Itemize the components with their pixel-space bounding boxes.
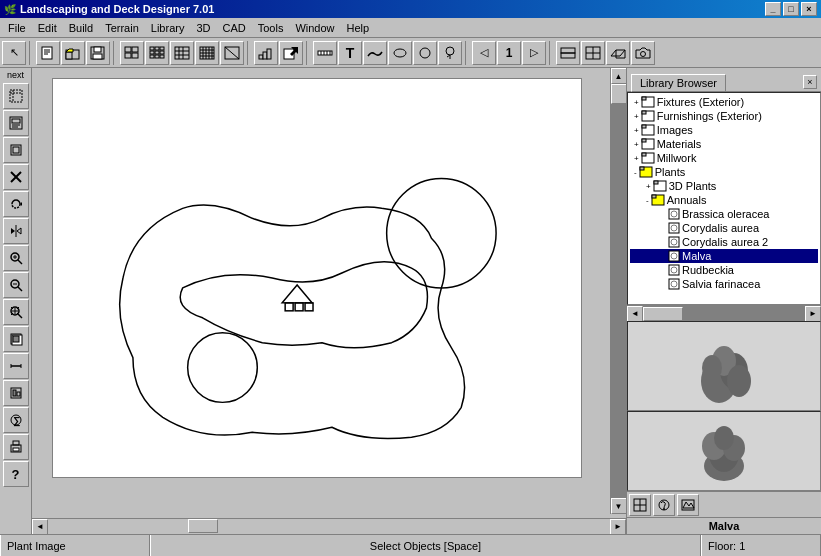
tree-item-plants[interactable]: - Plants (630, 165, 818, 179)
svg-point-132 (702, 355, 722, 381)
preview-btn-3[interactable] (677, 494, 699, 516)
toolbar-grid2[interactable] (145, 41, 169, 65)
left-btn-help[interactable]: ? (3, 461, 29, 487)
window-controls: _ □ × (765, 2, 817, 16)
tree-item-malva[interactable]: Malva (630, 249, 818, 263)
left-btn-zoom-fit[interactable] (3, 299, 29, 325)
svg-rect-11 (125, 53, 131, 58)
preview-btn-1[interactable] (629, 494, 651, 516)
toolbar-measure[interactable] (313, 41, 337, 65)
toolbar-terrain1[interactable] (363, 41, 387, 65)
minimize-button[interactable]: _ (765, 2, 781, 16)
toolbar-floors[interactable] (556, 41, 580, 65)
scroll-down-button[interactable]: ▼ (611, 498, 627, 514)
toolbar-stairs[interactable] (254, 41, 278, 65)
toolbar-num[interactable]: 1 (497, 41, 521, 65)
menu-terrain[interactable]: Terrain (99, 20, 145, 36)
left-btn-rotate[interactable] (3, 191, 29, 217)
scroll-left-button[interactable]: ◄ (32, 519, 48, 535)
menu-cad[interactable]: CAD (216, 20, 251, 36)
expand-icon: - (634, 168, 637, 177)
toolbar-grid3[interactable] (170, 41, 194, 65)
tree-item-annuals[interactable]: - Annuals (630, 193, 818, 207)
tree-item-corydalis2[interactable]: Corydalis aurea 2 (630, 235, 818, 249)
drawing-canvas[interactable] (52, 78, 582, 478)
tree-h-scrollbar[interactable]: ◄ ► (627, 305, 821, 321)
horizontal-scrollbar[interactable]: ◄ ► (32, 518, 626, 534)
left-btn-layer[interactable] (3, 326, 29, 352)
svg-rect-121 (669, 237, 679, 247)
toolbar-grid4[interactable] (195, 41, 219, 65)
svg-point-46 (394, 49, 406, 57)
svg-marker-97 (282, 285, 312, 303)
tab-library-browser[interactable]: Library Browser (631, 74, 726, 92)
tree-item-materials[interactable]: + Materials (630, 137, 818, 151)
toolbar-grid5[interactable] (220, 41, 244, 65)
tree-label-corydalis1: Corydalis aurea (682, 222, 759, 234)
tree-item-images[interactable]: + Images (630, 123, 818, 137)
toolbar-open[interactable] (61, 41, 85, 65)
library-tree[interactable]: + Fixtures (Exterior) + Furnishings (Ext… (627, 92, 821, 305)
toolbar-new[interactable] (36, 41, 60, 65)
toolbar-view3d[interactable] (606, 41, 630, 65)
tree-scroll-thumb[interactable] (643, 307, 683, 321)
tree-item-furnishings[interactable]: + Furnishings (Exterior) (630, 109, 818, 123)
toolbar-grid1[interactable] (120, 41, 144, 65)
left-btn-select[interactable] (3, 83, 29, 109)
left-btn-3[interactable] (3, 137, 29, 163)
toolbar-circle[interactable] (413, 41, 437, 65)
scroll-thumb-v[interactable] (611, 84, 627, 104)
toolbar-plant[interactable] (438, 41, 462, 65)
preview-btn-2[interactable] (653, 494, 675, 516)
close-panel-button[interactable]: × (803, 75, 817, 89)
left-btn-symbol[interactable]: ∑ (3, 407, 29, 433)
tree-item-millwork[interactable]: + Millwork (630, 151, 818, 165)
tree-scroll-left[interactable]: ◄ (627, 306, 643, 322)
vertical-scrollbar[interactable]: ▲ ▼ (610, 68, 626, 514)
scroll-right-button[interactable]: ► (610, 519, 626, 535)
toolbar-walls[interactable] (581, 41, 605, 65)
tree-item-3dplants[interactable]: + 3D Plants (630, 179, 818, 193)
tree-item-rudbeckia[interactable]: Rudbeckia (630, 263, 818, 277)
svg-rect-7 (94, 47, 101, 52)
toolbar-prev[interactable]: ◁ (472, 41, 496, 65)
toolbar-next[interactable]: ▷ (522, 41, 546, 65)
scroll-track-h[interactable] (48, 519, 610, 535)
scroll-track-v[interactable] (611, 84, 627, 498)
toolbar-export[interactable] (279, 41, 303, 65)
toolbar-terrain2[interactable] (388, 41, 412, 65)
toolbar-save[interactable] (86, 41, 110, 65)
left-btn-zoom-out[interactable] (3, 272, 29, 298)
left-btn-zoom-in[interactable] (3, 245, 29, 271)
tree-scroll-track[interactable] (643, 306, 805, 322)
toolbar-camera[interactable] (631, 41, 655, 65)
left-btn-mirror[interactable] (3, 218, 29, 244)
left-btn-print[interactable] (3, 434, 29, 460)
left-btn-elevate[interactable] (3, 380, 29, 406)
menu-file[interactable]: File (2, 20, 32, 36)
tree-item-salvia[interactable]: Salvia farinacea (630, 277, 818, 291)
tree-item-brassica[interactable]: Brassica oleracea (630, 207, 818, 221)
svg-rect-9 (125, 47, 131, 52)
toolbar-text[interactable]: T (338, 41, 362, 65)
svg-rect-89 (17, 392, 20, 396)
svg-rect-15 (160, 47, 164, 50)
maximize-button[interactable]: □ (783, 2, 799, 16)
tree-item-fixtures[interactable]: + Fixtures (Exterior) (630, 95, 818, 109)
svg-point-48 (446, 47, 454, 55)
toolbar-select[interactable]: ↖ (2, 41, 26, 65)
left-btn-close[interactable] (3, 164, 29, 190)
tree-item-corydalis1[interactable]: Corydalis aurea (630, 221, 818, 235)
menu-help[interactable]: Help (341, 20, 376, 36)
menu-edit[interactable]: Edit (32, 20, 63, 36)
menu-3d[interactable]: 3D (190, 20, 216, 36)
scroll-up-button[interactable]: ▲ (611, 68, 627, 84)
tree-scroll-right[interactable]: ► (805, 306, 821, 322)
left-btn-2[interactable] (3, 110, 29, 136)
left-btn-measure[interactable] (3, 353, 29, 379)
menu-library[interactable]: Library (145, 20, 191, 36)
menu-window[interactable]: Window (289, 20, 340, 36)
menu-build[interactable]: Build (63, 20, 99, 36)
menu-tools[interactable]: Tools (252, 20, 290, 36)
close-button[interactable]: × (801, 2, 817, 16)
